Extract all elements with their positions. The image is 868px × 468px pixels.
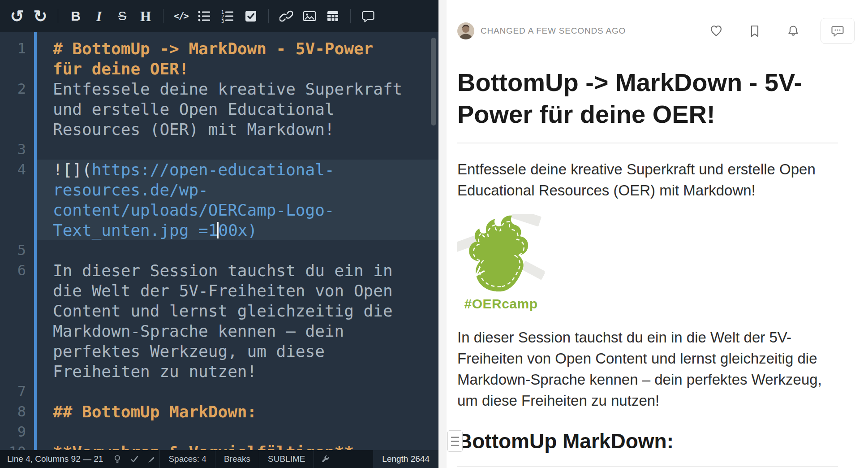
line-number [0,59,26,79]
doc-subheading: BottomUp MarkDown: [457,429,838,453]
line-number: 5 [0,240,26,260]
indent-setting[interactable]: Spaces: 4 [159,450,215,468]
bold-button[interactable]: B [64,4,87,28]
editor-line[interactable]: Content und lernst gleichzeitig die [0,301,438,321]
line-number: 2 [0,79,26,99]
night-mode-button[interactable] [113,455,122,464]
editor-line-active[interactable]: Text_unten.jpg =100x) [0,220,438,240]
line-text [26,240,53,260]
line-number [0,119,26,139]
line-number [0,281,26,301]
strikethrough-button[interactable]: S [111,4,134,28]
editor-line[interactable]: 3 [0,139,438,160]
pane-divider[interactable] [438,0,447,468]
redo-button[interactable]: ↻ [29,4,52,28]
editor-line-active[interactable]: resources.de/wp- [0,180,438,200]
linebreak-setting[interactable]: Breaks [215,450,259,468]
italic-button[interactable]: I [87,4,111,28]
editor-line[interactable]: perfektes Werkzeug, um diese [0,341,438,361]
pane-divider-grip[interactable] [447,430,463,452]
numbered-list-icon: 123 [221,9,234,23]
editor-pane: ↺ ↻ B I S H </> 123 [0,0,438,468]
image-icon [303,9,316,23]
line-number [0,341,26,361]
doc-paragraph-2: In dieser Session tauchst du ein in die … [457,327,838,412]
bell-icon [786,24,800,38]
editor-line-active[interactable]: content/uploads/OERCamp-Logo- [0,200,438,220]
line-number [0,220,26,240]
editor-settings-button[interactable] [314,450,337,468]
heading-button[interactable]: H [134,4,157,28]
editor-line[interactable]: und erstelle Open Educational [0,99,438,119]
line-text: und erstelle Open Educational [26,99,335,119]
code-icon: </> [174,12,188,21]
title-divider [457,143,838,143]
table-icon [326,9,339,23]
italic-icon: I [96,9,102,23]
editor-line[interactable]: Freiheiten zu nutzen! [0,361,438,381]
markdown-image-syntax: ![]( [53,160,92,179]
cursor-position-text: Line 4, Columns 92 — 21 [7,454,103,464]
editor-line[interactable]: 1# BottomUp -> MarkDown - 5V-Power [0,39,438,59]
editor-scrollbar-thumb[interactable] [431,38,436,126]
line-number: 1 [0,39,26,59]
author-avatar[interactable] [457,22,474,39]
code-editor[interactable]: 1# BottomUp -> MarkDown - 5V-Power für d… [0,32,438,450]
line-text: Markdown-Sprache kennen – dein [26,321,344,341]
spellcheck-button[interactable] [130,455,139,464]
editor-line[interactable]: 9 [0,422,438,442]
strikethrough-icon: S [118,10,127,22]
line-text: # BottomUp -> MarkDown - 5V-Power [26,39,373,59]
section-divider [457,466,838,467]
undo-button[interactable]: ↺ [5,4,29,28]
link-button[interactable] [275,4,298,28]
editor-line[interactable]: 5 [0,240,438,260]
doc-meta-bar: CHANGED A FEW SECONDS AGO [457,0,868,44]
like-button[interactable] [709,24,723,38]
line-text: Content und lernst gleichzeitig die [26,301,393,321]
line-text: Freiheiten zu nutzen! [26,361,257,381]
bullet-list-icon [198,9,211,23]
toolbar-separator [350,9,351,23]
line-number: 6 [0,260,26,281]
editor-line-active[interactable]: 4![](https://open-educational- [0,160,438,180]
line-text: In dieser Session tauchst du ein in [26,260,393,281]
editor-line[interactable]: Markdown-Sprache kennen – dein [0,321,438,341]
numbered-list-button[interactable]: 123 [216,4,239,28]
avatar-image [457,22,474,39]
line-text [26,381,53,402]
editor-line[interactable]: 10**Verwahren & Vervielfältigen** [0,442,438,450]
line-text: perfektes Werkzeug, um diese [26,341,325,361]
image-url-text: Text_unten.jpg =1 [53,221,218,239]
editor-line[interactable]: 2Entfessele deine kreative Superkraft [0,79,438,99]
image-url-text: resources.de/wp- [26,180,208,200]
editor-line[interactable]: 8## BottomUp MarkDown: [0,402,438,422]
comments-panel-button[interactable] [821,18,855,44]
checklist-icon [244,9,258,23]
editor-line[interactable]: die Welt der 5V-Freiheiten von Open [0,281,438,301]
bookmark-button[interactable] [748,24,761,38]
checklist-button[interactable] [239,4,262,28]
image-url-text: 00x) [218,221,257,239]
editor-line[interactable]: 7 [0,381,438,402]
bookmark-icon [748,24,761,38]
keymap-setting[interactable]: SUBLIME [259,450,314,468]
comment-button[interactable] [357,4,380,28]
editor-line[interactable]: für deine OER! [0,59,438,79]
image-button[interactable] [298,4,321,28]
image-url-text: https://open-educational- [92,160,335,179]
bullet-list-button[interactable] [193,4,216,28]
doc-length-text: Length 2644 [373,450,438,468]
subscribe-button[interactable] [786,24,800,38]
line-text: die Welt der 5V-Freiheiten von Open [26,281,393,301]
line-text: Entfessele deine kreative Superkraft [26,79,402,99]
table-button[interactable] [321,4,344,28]
editor-line[interactable]: 6In dieser Session tauchst du ein in [0,260,438,281]
theme-brush-button[interactable] [147,455,156,464]
line-number: 3 [0,139,26,160]
editor-line[interactable]: Resources (OER) mit Markdown! [0,119,438,139]
code-button[interactable]: </> [169,4,193,28]
status-bar: Line 4, Columns 92 — 21 Spaces: 4 Breaks… [0,450,438,468]
undo-icon: ↺ [10,8,24,25]
toolbar-separator [268,9,269,23]
